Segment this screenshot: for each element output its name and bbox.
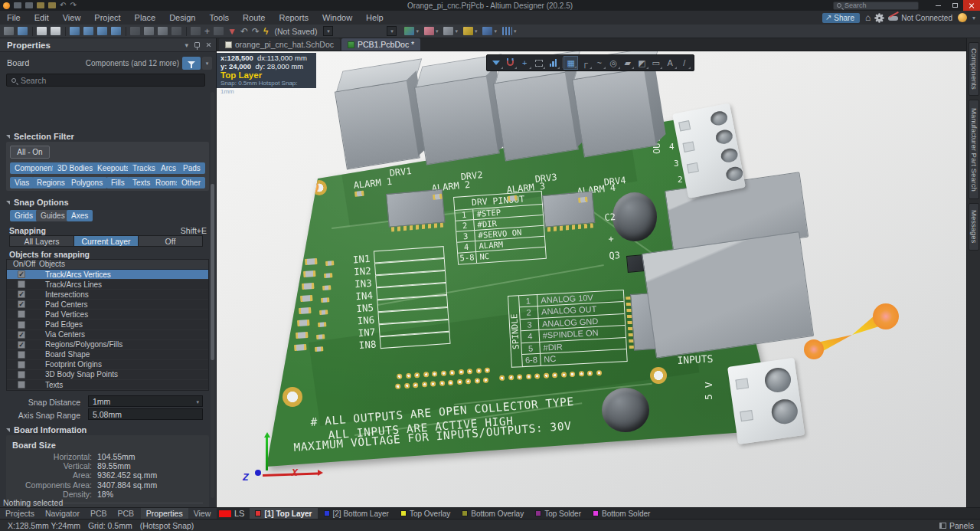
layer-tab-bottom-overlay[interactable]: Bottom Overlay	[456, 508, 529, 520]
measure-icon[interactable]: ▭	[649, 56, 664, 70]
checkbox[interactable]	[18, 351, 25, 359]
checkbox[interactable]	[18, 310, 25, 318]
global-search-input[interactable]: Search	[833, 2, 919, 10]
menu-project[interactable]: Project	[87, 11, 127, 25]
move-crosshair-icon[interactable]: +	[204, 27, 210, 36]
layer-color-icon[interactable]	[404, 27, 414, 35]
paste-icon[interactable]	[158, 27, 168, 35]
table-row[interactable]: Track/Arcs Lines	[7, 280, 208, 290]
table-row[interactable]: 3D Body Snap Points	[7, 370, 208, 380]
menu-view[interactable]: View	[56, 11, 88, 25]
checkbox[interactable]	[18, 361, 25, 369]
menu-help[interactable]: Help	[359, 11, 390, 25]
paste-array-icon[interactable]	[172, 27, 181, 35]
tab-properties[interactable]: Properties	[141, 508, 188, 520]
redo-toolbar-icon[interactable]: ↷	[252, 27, 260, 36]
panel-menu-caret-icon[interactable]: ▾	[185, 41, 188, 49]
zoom-fit-icon[interactable]	[83, 27, 93, 35]
table-row[interactable]: ✓Intersections	[7, 290, 208, 300]
open-project-icon[interactable]	[48, 2, 56, 8]
save-document-icon[interactable]	[18, 27, 28, 35]
checkbox[interactable]	[18, 280, 25, 288]
filter-all-on-button[interactable]: All - On	[10, 146, 50, 159]
panel-scrollbar[interactable]	[211, 92, 214, 498]
checkbox[interactable]: ✓	[18, 341, 25, 349]
checkbox[interactable]: ✓	[18, 270, 25, 278]
variant-select[interactable]: ▾	[323, 26, 333, 36]
copy-icon[interactable]	[144, 27, 154, 35]
menu-route[interactable]: Route	[236, 11, 272, 25]
find-similar-icon[interactable]	[443, 27, 453, 35]
panel-tab-messages[interactable]: Messages	[969, 203, 979, 251]
print-icon[interactable]	[37, 27, 47, 35]
layer-tab-bottom-solder[interactable]: Bottom Solder	[587, 508, 655, 520]
snap-axes-toggle[interactable]: Axes	[67, 210, 93, 221]
snap-grid-icon[interactable]	[482, 27, 492, 35]
layer-tab-top[interactable]: [1] Top Layer	[250, 508, 317, 520]
clear-filter-icon[interactable]: ▼	[227, 27, 237, 36]
select-objects-icon[interactable]	[97, 27, 107, 35]
snap-guides-toggle[interactable]: Guides	[36, 210, 70, 221]
table-row[interactable]: ✓Track/Arcs Vertices	[7, 270, 208, 280]
align-icon[interactable]	[214, 27, 224, 35]
filter-vias[interactable]: Vias	[10, 177, 34, 188]
filter-polygons[interactable]: Polygons	[67, 177, 107, 188]
save-icon[interactable]	[14, 2, 21, 8]
print-preview-icon[interactable]	[51, 27, 60, 35]
tab-pcb[interactable]: PCB	[85, 508, 113, 520]
filter-tracks[interactable]: Tracks	[128, 162, 160, 174]
avatar[interactable]	[958, 13, 967, 22]
table-row[interactable]: Footprint Origins	[7, 360, 208, 370]
undo-toolbar-icon[interactable]: ↶	[240, 27, 248, 36]
layer-tab-top-overlay[interactable]: Top Overlay	[395, 508, 456, 520]
tune-wave-icon[interactable]: ~	[593, 56, 607, 70]
share-button[interactable]: ↗ Share	[822, 13, 860, 23]
layer-sets-button[interactable]: LS	[219, 509, 244, 518]
panels-button[interactable]: Panels	[939, 521, 974, 530]
home-icon[interactable]: ⌂	[865, 13, 871, 22]
table-row[interactable]: ✓Pad Centers	[7, 300, 208, 310]
checkbox[interactable]: ✓	[18, 290, 25, 298]
axis-snap-range-input[interactable]: 5.08mm	[88, 408, 203, 420]
checkbox[interactable]: ✓	[18, 300, 25, 308]
panel-close-icon[interactable]	[206, 42, 211, 48]
table-row[interactable]: ✓Regions/Polygons/Fills	[7, 340, 208, 350]
checkbox[interactable]: ✓	[18, 331, 25, 339]
menu-file[interactable]: File	[0, 11, 28, 25]
restore-button[interactable]	[946, 0, 963, 11]
snap-grids-toggle[interactable]: Grids	[10, 210, 38, 221]
snap-mode-current-layer[interactable]: Current Layer	[74, 236, 139, 246]
move-objects-icon[interactable]: ◩	[635, 56, 649, 70]
menu-reports[interactable]: Reports	[272, 11, 315, 25]
measure-tool-icon[interactable]	[463, 27, 473, 35]
close-button[interactable]	[963, 0, 980, 11]
filter-regions[interactable]: Regions	[32, 177, 70, 188]
filter-arcs[interactable]: Arcs	[156, 162, 181, 174]
filter-pads[interactable]: Pads	[178, 162, 205, 174]
origin-crosshair-icon[interactable]: +	[518, 56, 532, 70]
snap-magnet-icon[interactable]	[504, 56, 518, 70]
minimize-button[interactable]	[929, 0, 946, 11]
panel-tab-components[interactable]: Components	[969, 42, 979, 96]
table-row[interactable]: Texts	[7, 380, 208, 390]
menu-window[interactable]: Window	[315, 11, 359, 25]
menu-edit[interactable]: Edit	[28, 11, 56, 25]
via-icon[interactable]: ◎	[606, 56, 621, 70]
scope-select[interactable]: ▾	[387, 26, 397, 36]
cut-icon[interactable]	[130, 27, 140, 35]
account-menu-caret-icon[interactable]: ▾	[972, 15, 975, 21]
checkbox[interactable]	[18, 371, 25, 379]
tab-navigator[interactable]: Navigator	[40, 508, 85, 520]
section-selection-filter[interactable]: Selection Filter	[6, 132, 74, 141]
tab-projects[interactable]: Projects	[0, 508, 40, 520]
object-filter-button[interactable]	[182, 57, 201, 70]
zoom-area-icon[interactable]	[70, 27, 80, 35]
deselect-icon[interactable]	[111, 27, 121, 35]
snap-distance-select[interactable]: 1mm▾	[88, 395, 203, 407]
grid-settings-icon[interactable]	[502, 27, 512, 35]
select-area-icon[interactable]	[532, 56, 547, 70]
undo-icon[interactable]: ↶	[60, 2, 66, 8]
open-icon[interactable]	[37, 2, 44, 8]
tab-pcb-filter[interactable]: PCB Filter	[112, 508, 140, 520]
selection-rect-icon[interactable]	[191, 27, 201, 35]
